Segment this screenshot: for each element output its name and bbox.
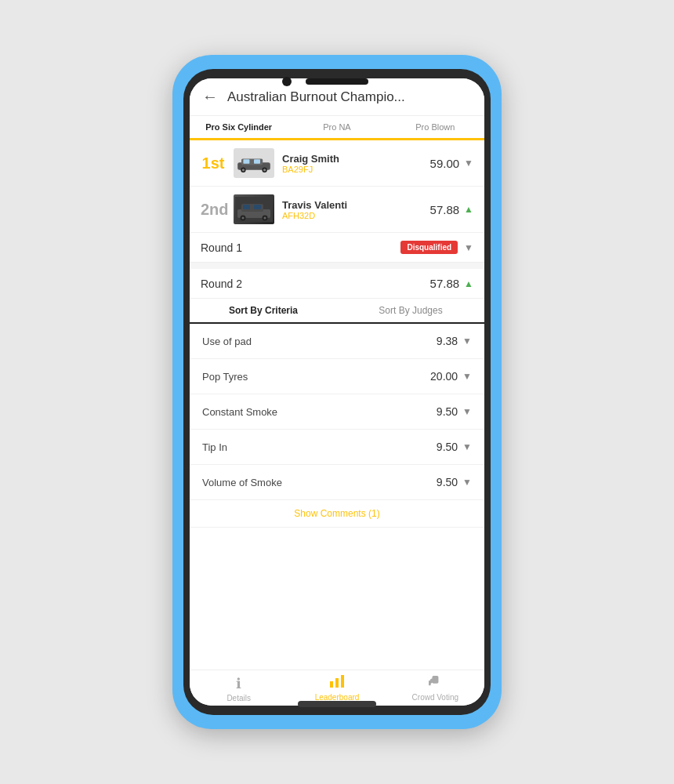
round2-header[interactable]: Round 2 57.88 ▲ xyxy=(190,269,484,299)
criteria-name-2: Constant Smoke xyxy=(202,406,437,418)
rank-row-1st[interactable]: 1st Craig xyxy=(190,140,484,187)
svg-point-5 xyxy=(242,169,245,171)
round2-expand-icon[interactable]: ▲ xyxy=(464,278,473,289)
criteria-score-3: 9.50 xyxy=(437,441,458,453)
tab-pro-six[interactable]: Pro Six Cylinder xyxy=(190,116,288,140)
tab-pro-na[interactable]: Pro NA xyxy=(288,116,386,138)
phone-screen: ← Australian Burnout Champio... Pro Six … xyxy=(190,78,484,706)
criteria-row-4[interactable]: Volume of Smoke 9.50 ▼ xyxy=(190,465,484,500)
round1-row[interactable]: Round 1 Disqualified ▼ xyxy=(190,233,484,263)
svg-point-7 xyxy=(263,169,266,171)
show-comments-label: Show Comments xyxy=(294,508,365,519)
rank-row-2nd[interactable]: 2nd xyxy=(190,187,484,233)
nav-item-crowd-voting[interactable]: Crowd Voting xyxy=(386,675,484,702)
content-scroll: 1st Craig xyxy=(190,140,484,670)
nav-label-crowd-voting: Crowd Voting xyxy=(412,693,458,702)
criteria-row-1[interactable]: Pop Tyres 20.00 ▼ xyxy=(190,359,484,394)
criteria-dropdown-1[interactable]: ▼ xyxy=(462,371,472,382)
criteria-name-1: Pop Tyres xyxy=(202,371,430,383)
criteria-row-3[interactable]: Tip In 9.50 ▼ xyxy=(190,430,484,465)
svg-rect-12 xyxy=(254,205,261,209)
competitor-name-1: Craig Smith xyxy=(282,153,422,165)
category-tabs: Pro Six Cylinder Pro NA Pro Blown xyxy=(190,116,484,140)
svg-rect-20 xyxy=(429,681,431,685)
round2-label: Round 2 xyxy=(201,278,430,290)
svg-rect-18 xyxy=(335,678,339,688)
expand-icon-2[interactable]: ▲ xyxy=(464,204,473,215)
criteria-name-0: Use of pad xyxy=(202,336,437,347)
phone-frame: ← Australian Burnout Champio... Pro Six … xyxy=(172,55,502,729)
score-value-1: 59.00 xyxy=(430,157,460,170)
phone-inner: ← Australian Burnout Champio... Pro Six … xyxy=(183,69,491,715)
criteria-dropdown-0[interactable]: ▼ xyxy=(462,336,472,347)
rank-number-1: 1st xyxy=(201,154,226,172)
back-button[interactable]: ← xyxy=(202,88,218,106)
nav-item-leaderboard[interactable]: Leaderboard xyxy=(288,675,386,702)
details-icon: ℹ xyxy=(236,675,241,692)
score-area-2: 57.88 ▲ xyxy=(430,203,473,216)
phone-camera xyxy=(282,77,292,86)
svg-rect-11 xyxy=(243,205,250,209)
competitor-code-1: BA29FJ xyxy=(282,165,422,174)
criteria-name-3: Tip In xyxy=(202,441,437,453)
criteria-score-2: 9.50 xyxy=(437,405,458,418)
show-comments[interactable]: Show Comments (1) xyxy=(190,500,484,528)
criteria-dropdown-4[interactable]: ▼ xyxy=(462,477,472,488)
crowd-voting-icon xyxy=(428,675,442,691)
competitor-info-1: Craig Smith BA29FJ xyxy=(282,153,422,174)
criteria-name-4: Volume of Smoke xyxy=(202,477,437,488)
sort-by-criteria-tab[interactable]: Sort By Criteria xyxy=(190,299,337,322)
criteria-row-0[interactable]: Use of pad 9.38 ▼ xyxy=(190,324,484,359)
sort-by-judges-tab[interactable]: Sort By Judges xyxy=(337,299,484,322)
svg-point-16 xyxy=(264,217,266,220)
round1-expand-icon[interactable]: ▼ xyxy=(464,242,473,253)
nav-label-details: Details xyxy=(226,694,251,702)
score-area-1: 59.00 ▼ xyxy=(430,157,473,170)
disqualified-badge: Disqualified xyxy=(400,241,458,254)
round1-label: Round 1 xyxy=(201,241,394,254)
criteria-dropdown-2[interactable]: ▼ xyxy=(462,406,472,417)
criteria-score-0: 9.38 xyxy=(437,335,458,347)
car-photo-2 xyxy=(234,194,274,224)
svg-rect-2 xyxy=(243,159,249,164)
svg-rect-3 xyxy=(254,159,260,164)
section-divider xyxy=(190,263,484,269)
home-button[interactable] xyxy=(298,701,376,707)
show-comments-count: (1) xyxy=(368,508,380,519)
competitor-info-2: Travis Valenti AFH32D xyxy=(282,199,422,220)
leaderboard-icon xyxy=(330,675,344,691)
criteria-score-4: 9.50 xyxy=(437,476,458,488)
phone-speaker xyxy=(306,78,368,85)
criteria-score-1: 20.00 xyxy=(430,370,458,383)
svg-rect-19 xyxy=(341,675,344,688)
criteria-dropdown-3[interactable]: ▼ xyxy=(462,441,472,452)
svg-point-14 xyxy=(242,217,245,220)
competitor-name-2: Travis Valenti xyxy=(282,199,422,211)
car-image-1 xyxy=(234,148,274,178)
expand-icon-1[interactable]: ▼ xyxy=(464,158,473,169)
competitor-code-2: AFH32D xyxy=(282,211,422,220)
tab-pro-blown[interactable]: Pro Blown xyxy=(386,116,484,138)
nav-item-details[interactable]: ℹ Details xyxy=(190,675,288,702)
criteria-row-2[interactable]: Constant Smoke 9.50 ▼ xyxy=(190,394,484,430)
sort-tabs: Sort By Criteria Sort By Judges xyxy=(190,299,484,324)
rank-number-2: 2nd xyxy=(201,201,226,219)
app-title: Australian Burnout Champio... xyxy=(227,89,472,105)
score-value-2: 57.88 xyxy=(430,203,460,216)
round2-score: 57.88 xyxy=(430,277,460,290)
svg-rect-17 xyxy=(330,681,333,688)
